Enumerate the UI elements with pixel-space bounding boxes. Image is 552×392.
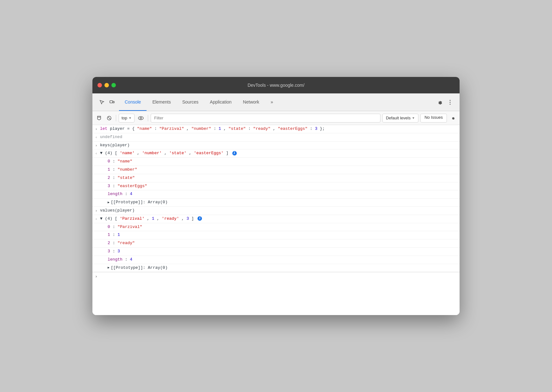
output-arrow: ‹: [92, 216, 100, 222]
console-line: 3 : 3: [92, 248, 460, 256]
minimize-button[interactable]: [104, 83, 109, 87]
console-line: › keys(player): [92, 142, 460, 150]
more-options-icon[interactable]: [446, 98, 455, 107]
expand-arrow[interactable]: ›: [92, 126, 100, 132]
console-input-line: ›: [92, 272, 460, 281]
svg-marker-5: [97, 116, 101, 120]
console-line: › values(player): [92, 207, 460, 215]
console-prompt: ›: [92, 274, 100, 280]
line-content: ▼ (4) [ 'name' , 'number' , 'state' , 'e…: [100, 150, 457, 157]
clear-console-icon[interactable]: [95, 114, 103, 122]
toolbar-icons-left: [95, 98, 119, 107]
console-line: 2 : "ready": [92, 239, 460, 248]
svg-rect-0: [110, 101, 113, 103]
line-content: ▶ [[Prototype]]: Array(0): [108, 265, 457, 271]
expand-arrow[interactable]: ›: [92, 207, 100, 214]
line-content: 1 : 1: [108, 232, 457, 238]
line-content: 2 : "ready": [108, 240, 457, 247]
output-arrow: ‹: [92, 150, 100, 157]
line-content: length : 4: [108, 191, 457, 198]
toolbar-right: [433, 98, 457, 107]
divider-2: [148, 115, 148, 121]
expand-arrow[interactable]: ›: [92, 142, 100, 149]
console-line: ‹ ▼ (4) [ 'Parzival' , 1 , 'ready' , 3 ]…: [92, 215, 460, 223]
svg-point-2: [450, 100, 451, 101]
context-selector[interactable]: top: [119, 114, 135, 123]
svg-point-3: [450, 102, 451, 103]
default-levels-button[interactable]: Default levels: [382, 114, 418, 123]
console-line: 1 : "number": [92, 166, 460, 174]
console-input[interactable]: [100, 275, 457, 279]
tab-sources[interactable]: Sources: [177, 93, 204, 111]
proto-expand-icon[interactable]: ▶: [108, 265, 110, 270]
inspect-element-icon[interactable]: [97, 98, 106, 107]
console-line: 1 : 1: [92, 231, 460, 239]
line-content: let player = { "name" : "Parzival" , "nu…: [100, 126, 457, 132]
console-toolbar: top Default levels No Issues: [92, 111, 460, 125]
line-content: 0 : "Parzival": [108, 224, 457, 231]
line-content: undefined: [100, 134, 457, 141]
console-line: ‹ undefined: [92, 133, 460, 142]
window-title: DevTools - www.google.com/: [248, 83, 304, 88]
console-line: ‹ ▼ (4) [ 'name' , 'number' , 'state' , …: [92, 149, 460, 158]
traffic-lights: [97, 83, 116, 87]
tab-elements[interactable]: Elements: [147, 93, 176, 111]
console-line: ▶ [[Prototype]]: Array(0): [92, 199, 460, 207]
no-issues-button[interactable]: No Issues: [420, 114, 447, 123]
line-content: 3 : "easterEggs": [108, 183, 457, 190]
tab-more[interactable]: »: [265, 93, 279, 111]
svg-line-8: [108, 117, 111, 119]
line-content: ▶ [[Prototype]]: Array(0): [108, 199, 457, 206]
line-content: values(player): [100, 207, 457, 214]
console-line: 2 : "state": [92, 174, 460, 182]
maximize-button[interactable]: [111, 83, 116, 87]
line-content: keys(player): [100, 142, 457, 149]
line-content: 1 : "number": [108, 167, 457, 173]
console-output: › let player = { "name" : "Parzival" , "…: [92, 125, 460, 315]
svg-point-4: [450, 104, 451, 104]
block-icon[interactable]: [105, 114, 113, 122]
console-settings-icon[interactable]: [449, 114, 457, 122]
tab-application[interactable]: Application: [204, 93, 237, 111]
line-content: 2 : "state": [108, 175, 457, 181]
console-line: ▶ [[Prototype]]: Array(0): [92, 264, 460, 272]
console-line: 3 : "easterEggs": [92, 182, 460, 191]
settings-icon[interactable]: [436, 98, 444, 107]
device-toggle-icon[interactable]: [108, 98, 116, 107]
console-line: length : 4: [92, 256, 460, 264]
svg-point-9: [138, 117, 143, 120]
proto-expand-icon[interactable]: ▶: [108, 200, 110, 205]
devtools-window: DevTools - www.google.com/ Console Eleme…: [92, 77, 460, 315]
tab-network[interactable]: Network: [237, 93, 265, 111]
console-line: › let player = { "name" : "Parzival" , "…: [92, 125, 460, 133]
console-line: 0 : "name": [92, 158, 460, 166]
tab-bar: Console Elements Sources Application Net…: [92, 93, 460, 111]
info-icon[interactable]: i: [232, 151, 237, 155]
output-arrow: ‹: [92, 134, 100, 141]
close-button[interactable]: [97, 83, 102, 87]
line-content: 3 : 3: [108, 248, 457, 255]
line-content: ▼ (4) [ 'Parzival' , 1 , 'ready' , 3 ] i: [100, 216, 457, 222]
line-content: 0 : "name": [108, 158, 457, 165]
svg-point-10: [140, 117, 142, 119]
titlebar: DevTools - www.google.com/: [92, 77, 460, 93]
live-expressions-icon[interactable]: [136, 114, 145, 123]
console-line: length : 4: [92, 190, 460, 199]
filter-input[interactable]: [151, 114, 380, 123]
svg-rect-1: [113, 101, 114, 103]
console-line: 0 : "Parzival": [92, 223, 460, 231]
divider-1: [116, 115, 116, 121]
tab-console[interactable]: Console: [119, 93, 147, 111]
line-content: length : 4: [108, 256, 457, 263]
info-icon[interactable]: i: [198, 216, 202, 221]
tabs: Console Elements Sources Application Net…: [119, 93, 433, 111]
